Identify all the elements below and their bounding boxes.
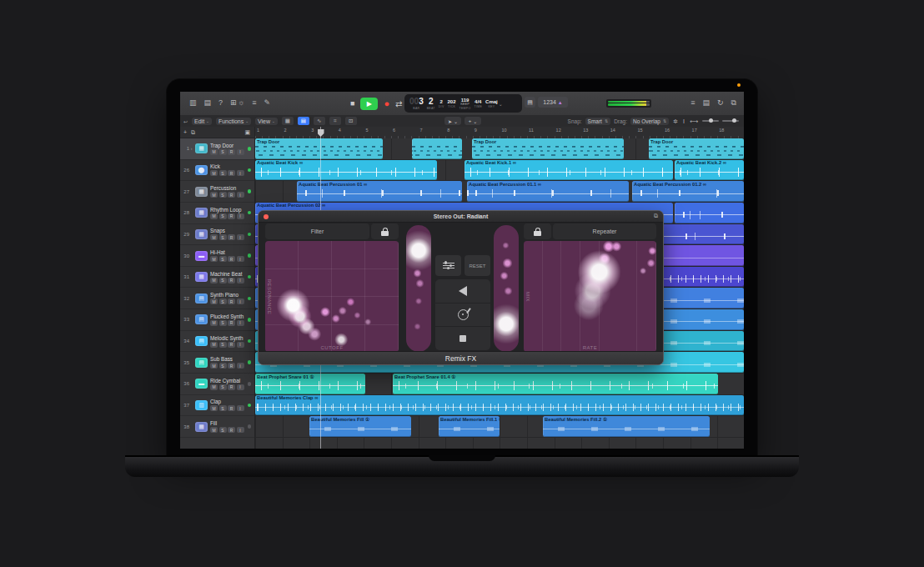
region-percussion[interactable]: Aquatic Beat Percussion 01.1 ∞ (467, 181, 629, 202)
media-browser-icon[interactable]: ⧉ (729, 98, 739, 108)
reset-button[interactable]: RESET (465, 255, 490, 276)
track-m-button[interactable]: M (210, 149, 218, 155)
track-m-button[interactable]: M (210, 192, 218, 198)
gater-slider[interactable] (406, 225, 431, 352)
track-r-button[interactable]: R (228, 256, 235, 262)
pencil-icon[interactable]: ✎ (262, 98, 274, 108)
track-m-button[interactable]: M (210, 363, 218, 369)
track-i-button[interactable]: I (237, 234, 244, 240)
piano-roll-icon[interactable]: ▤ (298, 117, 309, 125)
note-pads-icon[interactable]: ▤ (701, 98, 713, 108)
region-rhythm-loop[interactable] (675, 203, 744, 223)
drag-menu[interactable]: No Overlap⇅ (630, 118, 669, 125)
track-i-button[interactable]: I (237, 170, 244, 176)
region-fill[interactable]: Beautiful Memories Fill.2 ① (543, 416, 710, 437)
track-r-button[interactable]: R (228, 299, 235, 304)
track-header-kick[interactable]: 26⬤KickMSRI (180, 160, 254, 182)
track-s-button[interactable]: S (219, 384, 227, 390)
track-header-clap[interactable]: 37▥ClapMSRI (180, 395, 254, 417)
region-trap-door[interactable]: Trap Door (649, 138, 744, 159)
track-m-button[interactable]: M (210, 299, 218, 304)
track-header-sub-bass[interactable]: 35▤Sub BassMSRI (180, 352, 254, 374)
hide-tracks-button[interactable]: ▣ (244, 129, 250, 136)
track-i-button[interactable]: I (237, 384, 244, 390)
region-kick[interactable]: Aquatic Beat Kick.1 ∞ (465, 160, 673, 181)
track-s-button[interactable]: S (219, 320, 227, 326)
track-m-button[interactable]: M (210, 427, 218, 433)
region-fill[interactable]: Beautiful Memories Fill ① (309, 416, 411, 437)
track-r-button[interactable]: R (228, 213, 235, 219)
snap-menu[interactable]: Smart⇅ (585, 118, 611, 125)
track-s-button[interactable]: S (219, 213, 227, 219)
track-header-synth-piano[interactable]: 32▤Synth PianoMSRI (180, 288, 254, 309)
track-r-button[interactable]: R (228, 234, 235, 240)
region-trap-door[interactable] (412, 138, 462, 159)
track-s-button[interactable]: S (219, 192, 227, 198)
track-s-button[interactable]: S (219, 342, 227, 348)
region-percussion[interactable]: Aquatic Beat Percussion 01 ∞ (297, 181, 462, 202)
lcd-display[interactable]: 003 BAR 2BEAT 2DIV 202TICK 119KEEP TEMPO (404, 94, 522, 113)
automation-icon[interactable]: ⌗ (329, 117, 341, 125)
track-m-button[interactable]: M (210, 234, 218, 240)
track-m-button[interactable]: M (210, 342, 218, 348)
edit-menu[interactable]: Edit⌄ (192, 118, 212, 125)
track-r-button[interactable]: R (228, 342, 235, 348)
track-header-fill[interactable]: 38▦FillMSRI (180, 416, 254, 438)
filter-header[interactable]: Filter (265, 223, 369, 239)
fx-settings-button[interactable] (435, 255, 461, 276)
track-s-button[interactable]: S (219, 278, 227, 284)
track-i-button[interactable]: I (237, 342, 244, 348)
duplicate-track-button[interactable]: ⧉ (191, 129, 195, 136)
track-r-button[interactable]: R (228, 427, 235, 433)
note-pad-button[interactable]: ▤ (525, 97, 535, 108)
track-header-ride-cymbal[interactable]: 36▬Ride CymbalMSRI (180, 374, 254, 395)
track-i-button[interactable]: I (237, 363, 244, 369)
track-header-percussion[interactable]: 27▦PercussionMSRI (180, 181, 254, 203)
view-menu[interactable]: View⌄ (255, 118, 278, 125)
track-i-button[interactable]: I (237, 405, 244, 411)
repeater-header[interactable]: Repeater (553, 223, 656, 239)
vertical-zoom-slider[interactable] (722, 120, 739, 122)
mixer-icon[interactable]: ▤ (202, 98, 214, 108)
track-i-button[interactable]: I (237, 278, 244, 284)
track-header-plucked-synth[interactable]: 33▤Plucked SynthMSRI (180, 309, 254, 331)
track-r-button[interactable]: R (228, 149, 235, 155)
track-m-button[interactable]: M (210, 256, 218, 262)
track-header-melodic-synth[interactable]: 34▤Melodic SynthMSRI (180, 331, 254, 353)
chevron-down-icon[interactable]: ⌄ (499, 101, 503, 107)
region-fill[interactable]: Beautiful Memories Fill.1 ① (439, 416, 500, 437)
region-trap-door[interactable]: Trap Door (472, 138, 624, 159)
track-i-button[interactable]: I (237, 320, 244, 326)
region-kick[interactable]: Aquatic Beat Kick.2 ∞ (675, 160, 744, 181)
region-kick[interactable]: Aquatic Beat Kick ∞ (255, 160, 437, 181)
tape-stop-button[interactable] (435, 327, 490, 350)
horizontal-zoom-slider[interactable] (702, 120, 719, 122)
filter-xy-pad[interactable]: RESONANCE CUTOFF (265, 241, 399, 352)
zoom-flower-icon[interactable]: ✲ (672, 116, 679, 127)
region-clap[interactable]: Beautiful Memories Clap ∞ (255, 395, 744, 416)
region-trap-door[interactable]: Trap Door (255, 138, 383, 159)
auto-track-zoom-icon[interactable]: I (682, 116, 685, 127)
track-s-button[interactable]: S (219, 427, 227, 433)
list-editors-icon[interactable]: ≡ (688, 98, 697, 108)
track-m-button[interactable]: M (210, 320, 218, 326)
record-button[interactable]: ● (384, 99, 389, 108)
plugin-title-bar[interactable]: Stereo Out: Radiant ⧉ (259, 211, 663, 223)
flex-icon[interactable]: ∿ (314, 117, 325, 125)
track-s-button[interactable]: S (219, 405, 227, 411)
track-r-button[interactable]: R (228, 405, 235, 411)
loop-browser-icon[interactable]: ↻ (715, 98, 726, 108)
track-r-button[interactable]: R (228, 170, 235, 176)
reverse-button[interactable] (435, 279, 490, 303)
back-icon[interactable]: ↩ (183, 118, 188, 124)
filter-lock-button[interactable] (371, 223, 399, 239)
command-tool-menu[interactable]: +⌄ (465, 117, 481, 125)
count-in-button[interactable]: 1234 ▲ (538, 97, 568, 108)
track-header-snaps[interactable]: 29▦SnapsMSRI (180, 224, 254, 246)
track-s-button[interactable]: S (219, 256, 227, 262)
track-s-button[interactable]: S (219, 170, 227, 176)
grid-editor-icon[interactable]: ▦ (282, 117, 294, 125)
waveform-zoom-icon[interactable]: ⟷ (689, 116, 699, 127)
cycle-button[interactable]: ⇄ (395, 99, 402, 108)
link-icon[interactable]: ⧉ (654, 213, 658, 219)
